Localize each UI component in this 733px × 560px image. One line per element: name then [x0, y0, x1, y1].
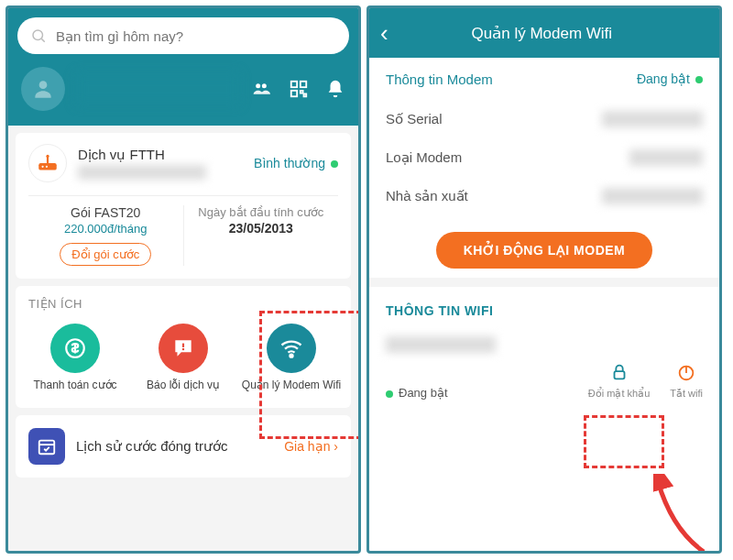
right-screen: ‹ Quản lý Modem Wifi Thông tin Modem Đan…: [366, 5, 722, 554]
svg-point-2: [39, 81, 48, 89]
wifi-info-title: THÔNG TIN WIFI: [369, 287, 719, 324]
wifi-name-redacted: [386, 336, 496, 353]
billing-column: Ngày bắt đầu tính cước 23/05/2013: [183, 205, 339, 266]
utility-payment-label: Thanh toán cước: [25, 379, 126, 393]
row-manufacturer: Nhà sản xuất: [369, 177, 719, 215]
calendar-icon: [28, 428, 65, 465]
chat-alert-icon: [171, 336, 195, 360]
utility-report[interactable]: Báo lỗi dịch vụ: [133, 324, 234, 393]
wifi-row: Đang bật Đổi mật khẩu Tắt wifi: [369, 358, 719, 409]
svg-rect-6: [301, 82, 306, 87]
type-redacted: [629, 149, 703, 166]
svg-rect-15: [182, 348, 184, 350]
wifi-icon: [279, 335, 304, 361]
plan-price: 220.000đ/tháng: [28, 222, 183, 236]
utility-modem-wifi[interactable]: Quản lý Modem Wifi: [241, 324, 342, 393]
plan-column: Gói FAST20 220.000đ/tháng Đổi gói cước: [28, 205, 183, 266]
utility-modem-label: Quản lý Modem Wifi: [241, 379, 342, 393]
svg-point-11: [42, 166, 44, 168]
change-password-button[interactable]: Đổi mật khẩu: [588, 362, 650, 400]
serial-redacted: [602, 111, 703, 127]
modem-status: Đang bật: [637, 71, 703, 87]
search-input[interactable]: [56, 28, 336, 44]
service-title: Dịch vụ FTTH: [78, 147, 243, 163]
service-card: Dịch vụ FTTH Bình thường Gói FAST20 220.…: [16, 133, 351, 279]
renew-link[interactable]: Gia hạn ›: [284, 439, 338, 454]
highlight-box-right: [584, 415, 664, 468]
utilities-title: TIỆN ÍCH: [16, 297, 351, 318]
right-header: ‹ Quản lý Modem Wifi: [369, 8, 719, 58]
avatar[interactable]: [21, 67, 65, 111]
svg-rect-14: [182, 344, 184, 347]
dollar-icon: [63, 336, 87, 360]
svg-point-12: [46, 166, 48, 168]
section-divider: [369, 278, 719, 287]
row-serial: Số Serial: [369, 100, 719, 138]
qr-icon[interactable]: [289, 79, 309, 99]
utility-payment[interactable]: Thanh toán cước: [25, 324, 126, 393]
modem-icon: [28, 144, 67, 182]
left-screen: Dịch vụ FTTH Bình thường Gói FAST20 220.…: [5, 5, 361, 554]
change-plan-button[interactable]: Đổi gói cước: [60, 243, 151, 266]
svg-point-4: [262, 83, 267, 88]
svg-point-16: [290, 355, 292, 357]
billing-start-label: Ngày bắt đầu tính cước: [184, 205, 339, 219]
svg-rect-5: [291, 82, 297, 87]
svg-point-10: [46, 155, 49, 158]
svg-line-1: [41, 38, 44, 41]
page-title: Quản lý Modem Wifi: [376, 24, 708, 43]
restart-modem-button[interactable]: KHỞI ĐỘNG LẠI MODEM: [436, 232, 653, 269]
service-id-redacted: [78, 165, 206, 180]
row-modem-type: Loại Modem: [369, 138, 719, 177]
history-card[interactable]: Lịch sử cước đóng trước Gia hạn ›: [16, 415, 351, 478]
svg-rect-17: [39, 440, 55, 454]
left-header: [8, 8, 358, 126]
svg-rect-7: [291, 91, 297, 96]
svg-point-3: [256, 83, 260, 88]
search-bar[interactable]: [17, 17, 349, 54]
search-icon: [30, 27, 47, 44]
history-label: Lịch sử cước đóng trước: [76, 438, 273, 455]
service-status: Bình thường: [254, 155, 338, 171]
lock-icon: [609, 362, 629, 382]
modem-info-header: Thông tin Modem Đang bật: [369, 58, 719, 100]
utilities-card: TIỆN ÍCH Thanh toán cước Báo lỗi dịch vụ…: [16, 286, 351, 408]
plan-name: Gói FAST20: [28, 205, 183, 220]
svg-point-0: [33, 30, 43, 40]
wifi-status: Đang bật: [386, 386, 448, 400]
svg-rect-19: [614, 371, 624, 379]
power-icon: [676, 362, 696, 382]
billing-start-date: 23/05/2013: [184, 221, 339, 236]
annotation-arrow: [653, 474, 717, 554]
user-name-redacted: [76, 73, 239, 104]
bell-icon[interactable]: [325, 79, 345, 99]
manufacturer-redacted: [602, 188, 703, 204]
turn-off-wifi-button[interactable]: Tắt wifi: [670, 362, 703, 400]
utility-report-label: Báo lỗi dịch vụ: [133, 379, 234, 393]
user-icon: [31, 77, 55, 101]
people-icon[interactable]: [250, 80, 272, 98]
